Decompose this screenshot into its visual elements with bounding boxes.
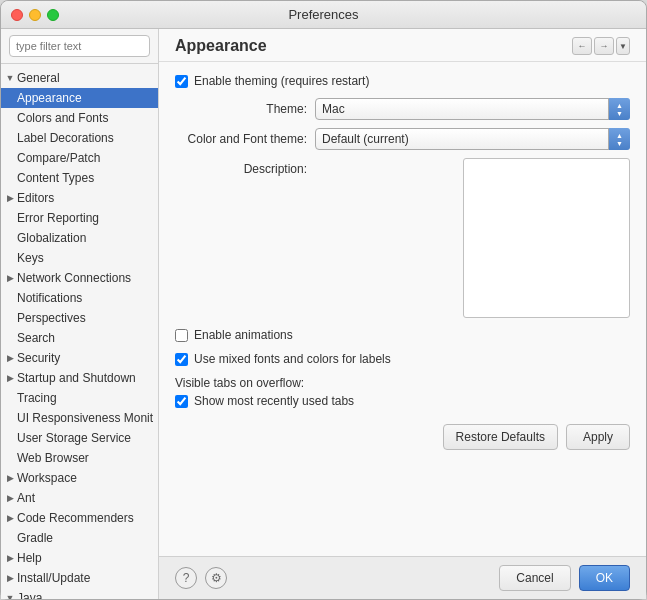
filter-input[interactable]: [9, 35, 150, 57]
mixed-fonts-label[interactable]: Use mixed fonts and colors for labels: [175, 352, 391, 366]
sidebar-item-label-decorations[interactable]: Label Decorations: [1, 128, 158, 148]
description-textarea[interactable]: [463, 158, 630, 318]
theme-select[interactable]: Mac: [315, 98, 630, 120]
description-label: Description:: [175, 158, 315, 176]
tree-label-workspace: Workspace: [17, 471, 77, 485]
tree-label-gradle: Gradle: [17, 531, 53, 545]
restore-defaults-button[interactable]: Restore Defaults: [443, 424, 558, 450]
apply-button[interactable]: Apply: [566, 424, 630, 450]
cancel-button[interactable]: Cancel: [499, 565, 570, 591]
sidebar-item-perspectives[interactable]: Perspectives: [1, 308, 158, 328]
tree-label-help: Help: [17, 551, 42, 565]
color-font-theme-label: Color and Font theme:: [175, 132, 315, 146]
sidebar-item-keys[interactable]: Keys: [1, 248, 158, 268]
tree-label-label-decorations: Label Decorations: [17, 131, 114, 145]
mixed-fonts-checkbox[interactable]: [175, 353, 188, 366]
sidebar-item-gradle[interactable]: Gradle: [1, 528, 158, 548]
enable-animations-row: Enable animations: [175, 328, 630, 342]
show-recent-tabs-label[interactable]: Show most recently used tabs: [175, 394, 354, 408]
tree-arrow-perspectives: [5, 313, 15, 323]
sidebar-item-notifications[interactable]: Notifications: [1, 288, 158, 308]
nav-arrows: ← → ▼: [572, 37, 630, 55]
sidebar-item-ant[interactable]: ▶ Ant: [1, 488, 158, 508]
sidebar-item-workspace[interactable]: ▶ Workspace: [1, 468, 158, 488]
sidebar-item-editors[interactable]: ▶ Editors: [1, 188, 158, 208]
nav-dropdown-button[interactable]: ▼: [616, 37, 630, 55]
sidebar-item-error-reporting[interactable]: Error Reporting: [1, 208, 158, 228]
sidebar-item-search[interactable]: Search: [1, 328, 158, 348]
preferences-window: Preferences ▼ General Appearance Colors …: [0, 0, 647, 600]
sidebar-item-security[interactable]: ▶ Security: [1, 348, 158, 368]
sidebar-item-compare-patch[interactable]: Compare/Patch: [1, 148, 158, 168]
sidebar-item-appearance[interactable]: Appearance: [1, 88, 158, 108]
tree-arrow-editors: ▶: [5, 193, 15, 203]
enable-theming-checkbox[interactable]: [175, 75, 188, 88]
description-area: Description:: [175, 158, 630, 318]
tree-label-code-recommenders: Code Recommenders: [17, 511, 134, 525]
help-button[interactable]: ?: [175, 567, 197, 589]
tree-arrow-install-update: ▶: [5, 573, 15, 583]
show-recent-tabs-checkbox[interactable]: [175, 395, 188, 408]
sidebar-item-content-types[interactable]: Content Types: [1, 168, 158, 188]
tree-arrow-web-browser: [5, 453, 15, 463]
close-button[interactable]: [11, 9, 23, 21]
main-header: Appearance ← → ▼: [159, 29, 646, 62]
tree-arrow-gradle: [5, 533, 15, 543]
sidebar-item-startup-shutdown[interactable]: ▶ Startup and Shutdown: [1, 368, 158, 388]
sidebar-item-help[interactable]: ▶ Help: [1, 548, 158, 568]
tree-arrow-code-recommenders: ▶: [5, 513, 15, 523]
tree-label-keys: Keys: [17, 251, 44, 265]
settings-button[interactable]: ⚙: [205, 567, 227, 589]
tree-arrow-notifications: [5, 293, 15, 303]
tree-arrow-security: ▶: [5, 353, 15, 363]
tree-arrow-content-types: [5, 173, 15, 183]
tree-label-security: Security: [17, 351, 60, 365]
filter-container: [1, 29, 158, 64]
forward-button[interactable]: →: [594, 37, 614, 55]
maximize-button[interactable]: [47, 9, 59, 21]
tree-arrow-user-storage: [5, 433, 15, 443]
tree-arrow-search: [5, 333, 15, 343]
minimize-button[interactable]: [29, 9, 41, 21]
sidebar-item-code-recommenders[interactable]: ▶ Code Recommenders: [1, 508, 158, 528]
tree-label-compare-patch: Compare/Patch: [17, 151, 100, 165]
main-body: Enable theming (requires restart) Theme:…: [159, 62, 646, 556]
ok-button[interactable]: OK: [579, 565, 630, 591]
enable-animations-checkbox[interactable]: [175, 329, 188, 342]
tree-label-error-reporting: Error Reporting: [17, 211, 99, 225]
tree-arrow-colors-fonts: [5, 113, 15, 123]
enable-theming-row: Enable theming (requires restart): [175, 74, 630, 88]
tree-label-content-types: Content Types: [17, 171, 94, 185]
tree-arrow-ant: ▶: [5, 493, 15, 503]
tree-label-startup-shutdown: Startup and Shutdown: [17, 371, 136, 385]
sidebar-item-web-browser[interactable]: Web Browser: [1, 448, 158, 468]
color-font-select-wrapper: Default (current) ▲ ▼: [315, 128, 630, 150]
enable-animations-label[interactable]: Enable animations: [175, 328, 293, 342]
theme-label: Theme:: [175, 102, 315, 116]
tree-label-globalization: Globalization: [17, 231, 86, 245]
sidebar-item-general[interactable]: ▼ General: [1, 68, 158, 88]
color-font-select[interactable]: Default (current): [315, 128, 630, 150]
sidebar-item-tracing[interactable]: Tracing: [1, 388, 158, 408]
enable-theming-label[interactable]: Enable theming (requires restart): [175, 74, 369, 88]
traffic-lights: [11, 9, 59, 21]
tree-label-ui-responsiveness: UI Responsiveness Monit: [17, 411, 153, 425]
sidebar-item-colors-fonts[interactable]: Colors and Fonts: [1, 108, 158, 128]
bottom-bar: ? ⚙ Cancel OK: [159, 556, 646, 599]
tree-arrow-label-decorations: [5, 133, 15, 143]
tree-arrow-startup-shutdown: ▶: [5, 373, 15, 383]
sidebar-item-network-connections[interactable]: ▶ Network Connections: [1, 268, 158, 288]
tree-label-appearance: Appearance: [17, 91, 82, 105]
tree-arrow-error-reporting: [5, 213, 15, 223]
tree-label-tracing: Tracing: [17, 391, 57, 405]
tree-arrow-workspace: ▶: [5, 473, 15, 483]
sidebar-item-install-update[interactable]: ▶ Install/Update: [1, 568, 158, 588]
sidebar-item-ui-responsiveness[interactable]: UI Responsiveness Monit: [1, 408, 158, 428]
sidebar-item-globalization[interactable]: Globalization: [1, 228, 158, 248]
main-panel: Appearance ← → ▼ Enable theming (require…: [159, 29, 646, 599]
sidebar-item-java[interactable]: ▼ Java: [1, 588, 158, 599]
visible-tabs-label: Visible tabs on overflow:: [175, 376, 304, 390]
tree-label-ant: Ant: [17, 491, 35, 505]
sidebar-item-user-storage[interactable]: User Storage Service: [1, 428, 158, 448]
back-button[interactable]: ←: [572, 37, 592, 55]
